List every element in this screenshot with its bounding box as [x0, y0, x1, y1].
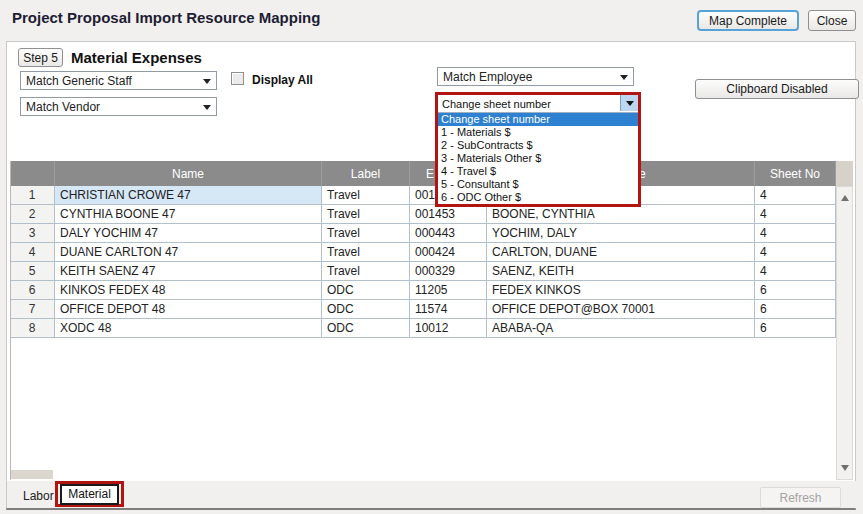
row-number-cell[interactable]: 1 [10, 186, 55, 205]
emp-id-cell[interactable]: 000424 [410, 243, 487, 262]
chevron-down-icon [626, 101, 634, 106]
emp-id-cell[interactable]: 11574 [410, 300, 487, 319]
label-cell[interactable]: Travel [322, 186, 410, 205]
row-number-cell[interactable]: 7 [10, 300, 55, 319]
table-row: 5KEITH SAENZ 47Travel000329SAENZ, KEITH4 [10, 262, 853, 281]
match-employee-value: Match Employee [443, 70, 532, 84]
label-cell[interactable]: ODC [322, 281, 410, 300]
label-cell[interactable]: Travel [322, 224, 410, 243]
row-number-cell[interactable]: 8 [10, 319, 55, 338]
sheet-no-cell[interactable]: 6 [755, 319, 836, 338]
resource-mapping-grid: Name Label E e Sheet No 1CHRISTIAN CROWE… [10, 161, 853, 480]
label-cell[interactable]: Travel [322, 262, 410, 281]
column-header-name[interactable]: Name [55, 161, 322, 186]
clipboard-disabled-button[interactable]: Clipboard Disabled [695, 79, 859, 99]
match-employee-dropdown[interactable]: Match Employee [437, 67, 634, 86]
close-button[interactable]: Close [808, 10, 856, 31]
sheet-option[interactable]: Change sheet number [438, 113, 638, 126]
mapped-name-cell[interactable]: CARLTON, DUANE [487, 243, 755, 262]
label-cell[interactable]: ODC [322, 300, 410, 319]
mapped-name-cell[interactable]: SAENZ, KEITH [487, 262, 755, 281]
label-cell[interactable]: ODC [322, 319, 410, 338]
tab-material[interactable]: Material [60, 484, 119, 505]
row-number-cell[interactable]: 6 [10, 281, 55, 300]
import-resource-mapping-window: Project Proposal Import Resource Mapping… [0, 0, 863, 514]
mapped-name-cell[interactable]: YOCHIM, DALY [487, 224, 755, 243]
tab-labor[interactable]: Labor [23, 489, 54, 503]
sheet-option[interactable]: 6 - ODC Other $ [438, 191, 638, 204]
sheet-no-cell[interactable]: 6 [755, 281, 836, 300]
vertical-scrollbar[interactable] [836, 186, 853, 480]
scroll-down-icon[interactable] [841, 465, 849, 471]
sheet-option[interactable]: 5 - Consultant $ [438, 178, 638, 191]
table-row: 6KINKOS FEDEX 48ODC11205FEDEX KINKOS6 [10, 281, 853, 300]
bottom-bar [7, 481, 856, 508]
change-sheet-number-dropdown[interactable]: Change sheet number [438, 95, 638, 113]
sheet-no-cell[interactable]: 4 [755, 224, 836, 243]
name-cell[interactable]: KEITH SAENZ 47 [55, 262, 322, 281]
grid-header-row: Name Label E e Sheet No [10, 161, 853, 186]
mapped-name-cell[interactable]: FEDEX KINKOS [487, 281, 755, 300]
name-cell[interactable]: KINKOS FEDEX 48 [55, 281, 322, 300]
sheet-option[interactable]: 1 - Materials $ [438, 126, 638, 139]
table-row: 2CYNTHIA BOONE 47Travel001453BOONE, CYNT… [10, 205, 853, 224]
match-generic-staff-value: Match Generic Staff [26, 74, 132, 88]
refresh-button[interactable]: Refresh [760, 487, 841, 508]
scroll-up-icon[interactable] [841, 195, 849, 201]
label-cell[interactable]: Travel [322, 205, 410, 224]
page-title: Project Proposal Import Resource Mapping [12, 9, 320, 26]
row-number-cell[interactable]: 5 [10, 262, 55, 281]
sheet-no-cell[interactable]: 4 [755, 186, 836, 205]
emp-id-cell[interactable]: 001453 [410, 205, 487, 224]
sheet-no-cell[interactable]: 6 [755, 300, 836, 319]
dropdown-arrow-button[interactable] [620, 95, 638, 111]
map-complete-button[interactable]: Map Complete [697, 10, 799, 31]
column-header-row-number[interactable] [10, 161, 55, 186]
row-number-cell[interactable]: 3 [10, 224, 55, 243]
name-cell[interactable]: DUANE CARLTON 47 [55, 243, 322, 262]
label-cell[interactable]: Travel [322, 243, 410, 262]
change-sheet-number-value: Change sheet number [442, 98, 551, 110]
sheet-no-cell[interactable]: 4 [755, 262, 836, 281]
table-row: 3DALY YOCHIM 47Travel000443YOCHIM, DALY4 [10, 224, 853, 243]
sheet-number-option-list: Change sheet number1 - Materials $2 - Su… [438, 113, 638, 204]
name-cell[interactable]: CHRISTIAN CROWE 47 [55, 186, 322, 205]
emp-id-cell[interactable]: 10012 [410, 319, 487, 338]
name-cell[interactable]: CYNTHIA BOONE 47 [55, 205, 322, 224]
sheet-number-dropdown-annotation-box: Change sheet number Change sheet number1… [435, 92, 641, 207]
column-header-sheet-no[interactable]: Sheet No [755, 161, 836, 186]
mapped-name-cell[interactable]: BOONE, CYNTHIA [487, 205, 755, 224]
emp-id-cell[interactable]: 000443 [410, 224, 487, 243]
sheet-option[interactable]: 2 - SubContracts $ [438, 139, 638, 152]
emp-id-cell[interactable]: 11205 [410, 281, 487, 300]
material-tab-annotation-box: Material [55, 481, 124, 507]
table-row: 8XODC 48ODC10012ABABA-QA6 [10, 319, 853, 338]
table-row: 7OFFICE DEPOT 48ODC11574OFFICE DEPOT@BOX… [10, 300, 853, 319]
step5-badge: Step 5 [18, 48, 63, 67]
grid-bottom-corner [11, 470, 53, 479]
table-row: 1CHRISTIAN CROWE 47Travel00174 [10, 186, 853, 205]
chevron-down-icon [203, 105, 211, 110]
name-cell[interactable]: DALY YOCHIM 47 [55, 224, 322, 243]
table-row: 4DUANE CARLTON 47Travel000424CARLTON, DU… [10, 243, 853, 262]
sheet-no-cell[interactable]: 4 [755, 243, 836, 262]
grid-body: 1CHRISTIAN CROWE 47Travel001742CYNTHIA B… [10, 186, 853, 338]
chevron-down-icon [620, 75, 628, 80]
name-cell[interactable]: XODC 48 [55, 319, 322, 338]
mapped-name-cell[interactable]: ABABA-QA [487, 319, 755, 338]
chevron-down-icon [203, 79, 211, 84]
mapped-name-cell[interactable]: OFFICE DEPOT@BOX 70001 [487, 300, 755, 319]
name-cell[interactable]: OFFICE DEPOT 48 [55, 300, 322, 319]
row-number-cell[interactable]: 4 [10, 243, 55, 262]
grid-left-border [10, 161, 11, 480]
sheet-no-cell[interactable]: 4 [755, 205, 836, 224]
row-number-cell[interactable]: 2 [10, 205, 55, 224]
match-vendor-dropdown[interactable]: Match Vendor [20, 97, 217, 116]
sheet-option[interactable]: 3 - Materials Other $ [438, 152, 638, 165]
match-generic-staff-dropdown[interactable]: Match Generic Staff [20, 71, 217, 90]
sheet-option[interactable]: 4 - Travel $ [438, 165, 638, 178]
display-all-checkbox[interactable] [231, 72, 244, 85]
emp-id-cell[interactable]: 000329 [410, 262, 487, 281]
column-header-label[interactable]: Label [322, 161, 410, 186]
display-all-label: Display All [252, 73, 313, 87]
